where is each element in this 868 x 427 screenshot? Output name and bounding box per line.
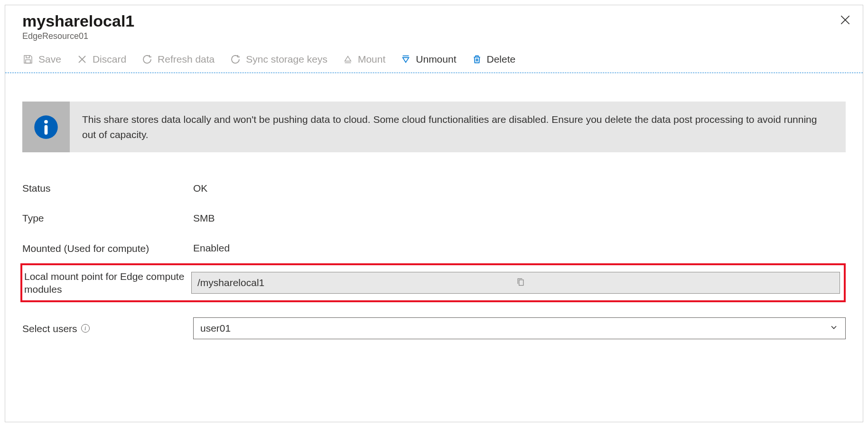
discard-label: Discard	[93, 54, 126, 65]
refresh-icon	[141, 54, 153, 65]
type-label: Type	[22, 212, 193, 224]
delete-label: Delete	[487, 54, 516, 65]
content-area: This share stores data locally and won't…	[5, 73, 863, 348]
sync-button[interactable]: Sync storage keys	[230, 54, 327, 65]
save-icon	[22, 54, 34, 65]
unmount-label: Unmount	[416, 54, 456, 65]
discard-button[interactable]: Discard	[76, 54, 126, 65]
sync-label: Sync storage keys	[246, 54, 327, 65]
copy-button[interactable]	[516, 277, 834, 289]
mount-button[interactable]: Mount	[343, 54, 385, 65]
refresh-button[interactable]: Refresh data	[141, 54, 215, 65]
close-button[interactable]	[839, 14, 851, 28]
svg-rect-13	[519, 280, 523, 286]
save-button[interactable]: Save	[22, 54, 61, 65]
refresh-label: Refresh data	[158, 54, 215, 65]
info-banner-text: This share stores data locally and won't…	[70, 102, 846, 152]
users-value: user01	[200, 323, 829, 334]
discard-icon	[76, 54, 88, 65]
users-label-wrap: Select users i	[22, 322, 193, 335]
status-row: Status OK	[22, 173, 846, 203]
mounted-value: Enabled	[193, 242, 230, 254]
save-label: Save	[38, 54, 61, 65]
type-value: SMB	[193, 213, 215, 224]
info-help-icon[interactable]: i	[81, 324, 90, 333]
unmount-button[interactable]: Unmount	[401, 54, 456, 65]
users-row: Select users i user01	[22, 309, 846, 348]
unmount-icon	[401, 54, 411, 65]
status-label: Status	[22, 182, 193, 195]
svg-rect-2	[26, 60, 30, 63]
delete-icon	[472, 54, 482, 65]
copy-icon	[516, 277, 525, 287]
mountpoint-label: Local mount point for Edge compute modul…	[22, 270, 191, 296]
users-select[interactable]: user01	[193, 317, 846, 339]
svg-rect-12	[45, 125, 48, 134]
users-label: Select users	[22, 322, 77, 335]
mountpoint-value: /mysharelocal1	[197, 277, 516, 288]
panel-header: mysharelocal1 EdgeResource01	[5, 5, 863, 45]
mount-icon	[343, 54, 353, 65]
status-value: OK	[193, 183, 207, 194]
command-bar: Save Discard Refresh data Sync storage k…	[5, 45, 863, 73]
mounted-label: Mounted (Used for compute)	[22, 242, 193, 255]
mounted-row: Mounted (Used for compute) Enabled	[22, 233, 846, 263]
page-title: mysharelocal1	[22, 12, 846, 30]
info-banner: This share stores data locally and won't…	[22, 102, 846, 152]
mountpoint-field[interactable]: /mysharelocal1	[191, 272, 840, 294]
share-detail-panel: mysharelocal1 EdgeResource01 Save Discar…	[5, 5, 863, 422]
delete-button[interactable]: Delete	[472, 54, 516, 65]
sync-icon	[230, 54, 241, 65]
close-icon	[839, 14, 851, 26]
info-icon-wrap	[22, 102, 70, 152]
mountpoint-row-highlighted: Local mount point for Edge compute modul…	[20, 263, 846, 303]
page-subtitle: EdgeResource01	[22, 31, 846, 41]
type-row: Type SMB	[22, 203, 846, 233]
mount-label: Mount	[358, 54, 385, 65]
chevron-down-icon	[829, 323, 839, 334]
svg-point-11	[44, 120, 48, 123]
info-icon	[33, 114, 59, 140]
